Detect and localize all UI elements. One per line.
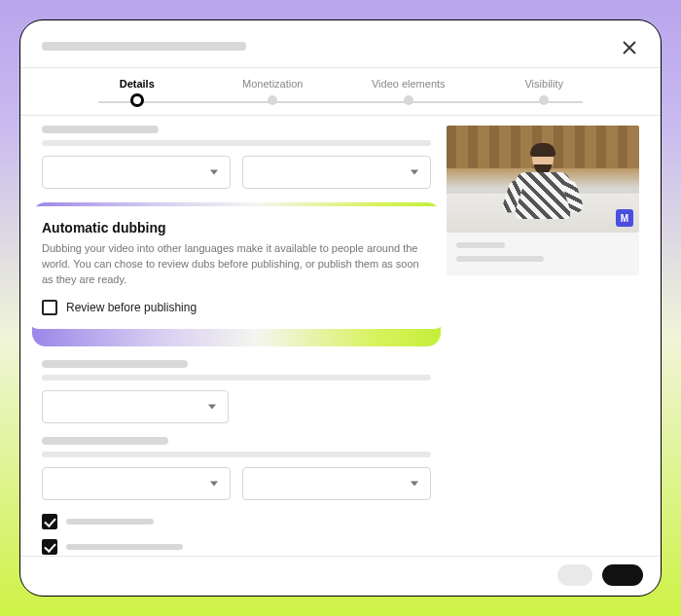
chevron-down-icon xyxy=(411,481,418,486)
checkbox-list xyxy=(42,514,431,555)
checkbox-checked-icon xyxy=(42,514,57,529)
chevron-down-icon xyxy=(210,481,218,486)
step-video-elements[interactable]: Video elements xyxy=(340,78,477,105)
dubbing-title: Automatic dubbing xyxy=(42,220,431,236)
select-row xyxy=(42,390,431,423)
step-label: Monetization xyxy=(242,78,303,90)
option-checkbox[interactable] xyxy=(42,514,431,529)
meta-placeholder xyxy=(456,242,505,248)
chevron-down-icon xyxy=(210,170,218,175)
close-icon xyxy=(622,40,637,55)
step-dot xyxy=(539,95,549,105)
modal-footer xyxy=(20,556,661,596)
dropdown[interactable] xyxy=(242,467,431,500)
dropdown[interactable] xyxy=(42,467,231,500)
section-placeholder xyxy=(42,437,431,457)
step-monetization[interactable]: Monetization xyxy=(205,78,341,105)
modal-header xyxy=(20,20,661,67)
highlight-border: Automatic dubbing Dubbing your video int… xyxy=(32,202,441,346)
checkbox-checked-icon xyxy=(42,539,57,555)
option-label-placeholder xyxy=(66,519,154,525)
chevron-down-icon xyxy=(208,404,216,409)
thumbnail-person xyxy=(514,147,572,223)
step-visibility[interactable]: Visibility xyxy=(477,78,613,105)
option-label-placeholder xyxy=(66,544,183,550)
step-dot xyxy=(268,95,277,105)
stepper: Details Monetization Video elements Visi… xyxy=(20,68,661,115)
step-label: Details xyxy=(120,78,155,90)
dropdown[interactable] xyxy=(242,156,431,189)
dropdown[interactable] xyxy=(42,156,231,189)
step-dot-active xyxy=(130,93,144,107)
upload-modal: Details Monetization Video elements Visi… xyxy=(19,19,662,597)
option-checkbox[interactable] xyxy=(42,539,431,555)
thumbnail-badge: M xyxy=(616,209,633,227)
section-placeholder xyxy=(42,126,431,146)
dropdown[interactable] xyxy=(42,390,229,423)
modal-title-placeholder xyxy=(42,42,246,51)
checkbox-icon xyxy=(42,300,57,315)
section-placeholder xyxy=(42,360,431,380)
next-button[interactable] xyxy=(602,564,643,586)
select-row xyxy=(42,156,431,189)
thumbnail-meta xyxy=(447,233,639,275)
chevron-down-icon xyxy=(411,170,418,175)
step-label: Video elements xyxy=(372,78,446,90)
right-column: M xyxy=(447,126,639,556)
step-dot xyxy=(404,95,413,105)
automatic-dubbing-card: Automatic dubbing Dubbing your video int… xyxy=(28,206,445,329)
select-row xyxy=(42,467,431,500)
step-label: Visibility xyxy=(524,78,563,90)
meta-placeholder xyxy=(456,256,544,262)
step-details[interactable]: Details xyxy=(69,78,205,107)
modal-body: Automatic dubbing Dubbing your video int… xyxy=(20,116,661,556)
dubbing-description: Dubbing your video into other languages … xyxy=(42,241,431,288)
video-thumbnail[interactable]: M xyxy=(447,126,639,233)
back-button[interactable] xyxy=(557,564,592,586)
left-column: Automatic dubbing Dubbing your video int… xyxy=(42,126,431,556)
review-before-publishing-checkbox[interactable]: Review before publishing xyxy=(42,300,431,315)
checkbox-label: Review before publishing xyxy=(66,301,197,314)
close-button[interactable] xyxy=(620,38,639,57)
